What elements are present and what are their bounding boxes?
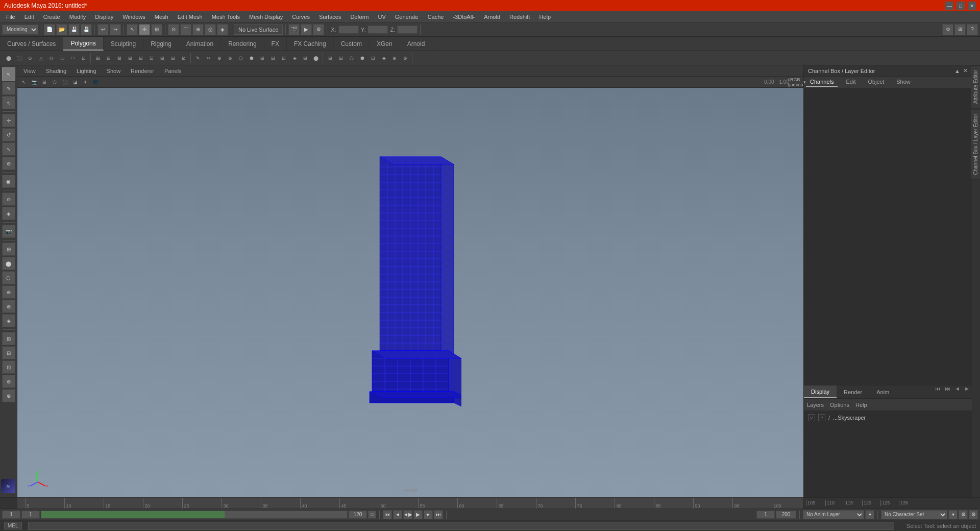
edit8-btn[interactable]: ⊟ bbox=[168, 53, 178, 63]
mt12-btn[interactable]: ⬤ bbox=[311, 53, 321, 63]
render-options-btn[interactable]: ⚙ bbox=[313, 24, 324, 35]
snap-view-btn[interactable]: ◎ bbox=[205, 24, 216, 35]
renderer-menu[interactable]: Renderer bbox=[129, 68, 156, 74]
tab-polygons[interactable]: Polygons bbox=[63, 37, 103, 51]
menu-arnold[interactable]: Arnold bbox=[480, 13, 504, 21]
tab-custom[interactable]: Custom bbox=[334, 37, 370, 51]
nudge-btn[interactable]: ⊞ bbox=[2, 243, 15, 256]
x-field[interactable] bbox=[338, 26, 359, 34]
nudge3-btn[interactable]: ⬡ bbox=[2, 271, 15, 284]
anim-start-field[interactable] bbox=[756, 511, 775, 519]
menu-display[interactable]: Display bbox=[91, 13, 117, 21]
torus-icon-btn[interactable]: ◎ bbox=[46, 53, 57, 63]
open-file-btn[interactable]: 📂 bbox=[56, 24, 67, 35]
nudge4-btn[interactable]: ⊕ bbox=[2, 285, 15, 299]
mt3-btn[interactable]: ⊕ bbox=[214, 53, 225, 63]
vp-textured-btn[interactable]: ◪ bbox=[70, 78, 80, 87]
sphere-icon-btn[interactable]: ⬤ bbox=[4, 53, 14, 63]
rp-tab-object[interactable]: Object bbox=[864, 78, 888, 87]
plane-icon-btn[interactable]: ▭ bbox=[57, 53, 67, 63]
edit7-btn[interactable]: ⊞ bbox=[157, 53, 167, 63]
menu-edit[interactable]: Edit bbox=[20, 13, 38, 21]
drt-tab-display[interactable]: Display bbox=[804, 385, 837, 398]
edit2-btn[interactable]: ⊟ bbox=[104, 53, 114, 63]
lo-options[interactable]: Options bbox=[830, 402, 849, 408]
mt11-btn[interactable]: ⊞ bbox=[300, 53, 310, 63]
viewport-canvas[interactable]: persp Y X Z bbox=[17, 88, 803, 497]
rp-expand-btn[interactable]: ▲ bbox=[954, 68, 960, 74]
lo-help[interactable]: Help bbox=[855, 402, 867, 408]
mt2-btn[interactable]: ✂ bbox=[204, 53, 214, 63]
tab-rendering[interactable]: Rendering bbox=[221, 37, 264, 51]
no-live-surface-btn[interactable]: No Live Surface bbox=[234, 25, 283, 35]
menu-file[interactable]: File bbox=[2, 13, 19, 21]
mt1-btn[interactable]: ✎ bbox=[193, 53, 203, 63]
cube-icon-btn[interactable]: ⬛ bbox=[14, 53, 24, 63]
pb-step-back[interactable]: ◄ bbox=[393, 510, 402, 519]
command-input[interactable] bbox=[28, 522, 894, 530]
universal-lt-btn[interactable]: ⊛ bbox=[2, 157, 15, 170]
rotate-lt-btn[interactable]: ↺ bbox=[2, 128, 15, 141]
timeline-ruler[interactable]: 5 10 15 20 25 30 35 40 45 50 55 60 65 70… bbox=[17, 498, 803, 509]
extra4-btn[interactable]: ⊕ bbox=[2, 375, 15, 388]
nudge6-btn[interactable]: ◈ bbox=[2, 314, 15, 327]
end-frame-field[interactable] bbox=[349, 511, 367, 519]
right-panel-close-btn[interactable]: ✕ bbox=[963, 67, 968, 74]
char-set-options[interactable]: ⚙ bbox=[959, 510, 968, 519]
sel5-btn[interactable]: ⊡ bbox=[368, 53, 378, 63]
minimize-button[interactable]: — bbox=[945, 2, 953, 10]
view-menu[interactable]: View bbox=[21, 68, 38, 74]
menu-generate[interactable]: Generate bbox=[391, 13, 423, 21]
settings-btn[interactable]: ⚙ bbox=[942, 24, 953, 35]
lo-layers[interactable]: Layers bbox=[807, 402, 824, 408]
show-manip-btn[interactable]: ⊙ bbox=[2, 192, 15, 206]
anim-options[interactable]: ⚙ bbox=[969, 510, 978, 519]
vp-select-btn[interactable]: ↖ bbox=[19, 78, 29, 87]
extra1-btn[interactable]: ⊞ bbox=[2, 332, 15, 345]
mt9-btn[interactable]: ⊡ bbox=[279, 53, 289, 63]
menu-uv[interactable]: UV bbox=[374, 13, 389, 21]
help-btn[interactable]: ? bbox=[967, 24, 978, 35]
mt8-btn[interactable]: ⊟ bbox=[268, 53, 278, 63]
menu-redshift[interactable]: Redshift bbox=[505, 13, 534, 21]
sel4-btn[interactable]: ⬢ bbox=[357, 53, 368, 63]
new-file-btn[interactable]: 📄 bbox=[44, 24, 55, 35]
sel8-btn[interactable]: ⊗ bbox=[400, 53, 410, 63]
attribute-editor-tab[interactable]: Attribute Editor bbox=[971, 65, 980, 108]
soft-mod-btn[interactable]: ◉ bbox=[2, 175, 15, 188]
playback-range[interactable] bbox=[41, 511, 348, 519]
mel-indicator[interactable]: MEL bbox=[4, 522, 22, 529]
tab-arnold[interactable]: Arnold bbox=[400, 37, 433, 51]
camera-tool-btn[interactable]: 📷 bbox=[2, 225, 15, 238]
maximize-button[interactable]: □ bbox=[957, 2, 965, 10]
scale-lt-btn[interactable]: ⤡ bbox=[2, 142, 15, 156]
snap-grid-btn[interactable]: ⊙ bbox=[168, 24, 179, 35]
menu-mesh[interactable]: Mesh bbox=[151, 13, 173, 21]
undo-btn[interactable]: ↩ bbox=[97, 24, 109, 35]
vp-shadows-btn[interactable]: 🌑 bbox=[91, 78, 100, 87]
tab-xgen[interactable]: XGen bbox=[370, 37, 400, 51]
sel3-btn[interactable]: ⬡ bbox=[347, 53, 357, 63]
lighting-menu[interactable]: Lighting bbox=[75, 68, 99, 74]
tab-curves-surfaces[interactable]: Curves / Surfaces bbox=[0, 37, 63, 51]
tab-animation[interactable]: Animation bbox=[179, 37, 221, 51]
show-menu[interactable]: Show bbox=[105, 68, 123, 74]
snap-curve-btn[interactable]: ⌒ bbox=[180, 24, 191, 35]
close-button[interactable]: ✕ bbox=[968, 2, 976, 10]
extra3-btn[interactable]: ⊡ bbox=[2, 360, 15, 374]
pb-goto-end[interactable]: ⏭ bbox=[434, 510, 443, 519]
cone-icon-btn[interactable]: △ bbox=[36, 53, 46, 63]
sel6-btn[interactable]: ◈ bbox=[379, 53, 389, 63]
start-frame-field[interactable] bbox=[2, 511, 20, 519]
cylinder-icon-btn[interactable]: ⊙ bbox=[25, 53, 35, 63]
edit5-btn[interactable]: ⊟ bbox=[136, 53, 146, 63]
edit6-btn[interactable]: ⊡ bbox=[146, 53, 157, 63]
drt-nav-start[interactable]: ⏮ bbox=[933, 385, 943, 398]
mt7-btn[interactable]: ⊞ bbox=[257, 53, 267, 63]
vp-wireframe-btn[interactable]: ⬡ bbox=[50, 78, 59, 87]
menu-edit-mesh[interactable]: Edit Mesh bbox=[174, 13, 207, 21]
menu-mesh-tools[interactable]: Mesh Tools bbox=[208, 13, 244, 21]
menu-curves[interactable]: Curves bbox=[288, 13, 314, 21]
workspace-dropdown[interactable]: Modeling bbox=[2, 25, 38, 35]
pb-play-fwd[interactable]: ▶ bbox=[413, 510, 423, 519]
